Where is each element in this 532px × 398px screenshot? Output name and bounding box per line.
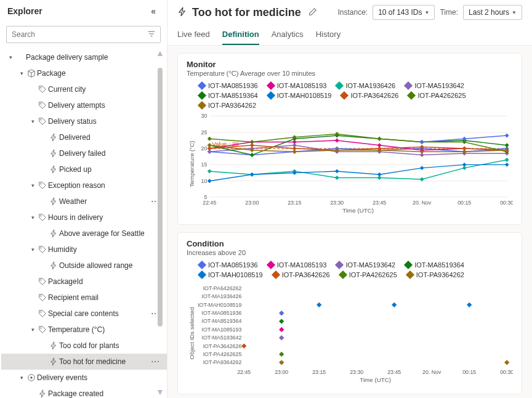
tag-icon (37, 85, 48, 94)
tree-item[interactable]: Special care contents⋯ (1, 306, 167, 322)
legend-label: IOT-MA8519364 (208, 92, 258, 99)
chevron-icon[interactable]: ▾ (28, 246, 37, 253)
tree-item[interactable]: Outside allowed range⋯ (1, 258, 167, 274)
chevron-icon[interactable]: ▾ (6, 54, 15, 60)
legend-item[interactable]: IOT-MA8519364 (405, 261, 464, 269)
svg-text:Temperature (°C): Temperature (°C) (188, 140, 195, 187)
svg-text:22:45: 22:45 (203, 200, 216, 206)
legend-item[interactable]: IOT-MA5193642 (405, 82, 464, 89)
tree-label: Delivery status (48, 117, 148, 126)
svg-rect-81 (505, 163, 509, 167)
legend-item[interactable]: IOT-MA0851936 (199, 261, 258, 269)
tree-item[interactable]: Above average for Seattle⋯ (1, 225, 167, 242)
tree-item[interactable]: ▾Delivery status⋯ (1, 113, 167, 129)
legend-item[interactable]: IOT-PA3642626 (273, 271, 330, 278)
svg-text:25: 25 (201, 129, 208, 136)
tree-item[interactable]: Picked up⋯ (1, 161, 167, 177)
legend-item[interactable]: IOT-MA8519364 (199, 92, 258, 99)
scroll-down-arrow[interactable]: ▼ (155, 386, 166, 398)
tree-label: Hours in delivery (48, 213, 148, 222)
tree-item[interactable]: Too cold for plants⋯ (1, 338, 167, 354)
legend-item[interactable]: IOT-MA1936426 (336, 82, 395, 89)
chevron-icon[interactable]: ▾ (17, 70, 26, 76)
edit-title-button[interactable] (308, 7, 317, 18)
tree-item[interactable]: Delivered⋯ (1, 129, 167, 145)
svg-text:IOT-MA8519364: IOT-MA8519364 (202, 319, 242, 325)
tree-item[interactable]: ▾Hours in delivery⋯ (1, 209, 167, 225)
svg-rect-57 (505, 158, 509, 162)
tab-live-feed[interactable]: Live feed (177, 25, 210, 45)
legend-item[interactable]: IOT-PA9364262 (199, 102, 256, 109)
tree-item[interactable]: Too hot for medicine⋯ (1, 354, 167, 370)
svg-rect-80 (462, 163, 467, 167)
tag-icon (37, 325, 48, 335)
legend-item[interactable]: IOT-PA3642626 (341, 92, 398, 99)
scroll-track[interactable] (158, 62, 163, 383)
legend-item[interactable]: IOT-PA4262625 (408, 92, 465, 99)
tree-label: Package (37, 69, 148, 78)
tree-label: Special care contents (48, 309, 148, 318)
tree-item[interactable]: ▾Package⋯ (1, 65, 167, 81)
scroll-thumb[interactable] (158, 68, 163, 327)
legend-item[interactable]: IOT-PA4262625 (340, 271, 397, 278)
svg-text:IOT-MA1085193: IOT-MA1085193 (202, 327, 242, 333)
svg-text:IOT-PA3642626: IOT-PA3642626 (203, 343, 242, 349)
svg-rect-78 (377, 173, 382, 177)
chevron-icon[interactable]: ▾ (28, 214, 37, 221)
svg-rect-132 (279, 311, 284, 315)
svg-rect-139 (504, 360, 509, 365)
chevron-icon[interactable]: ▾ (17, 375, 26, 381)
legend-item[interactable]: IOT-MA1085193 (268, 82, 327, 89)
tree-label: PackageId (48, 277, 148, 286)
legend-label: IOT-MA5193642 (345, 261, 395, 269)
tree-item[interactable]: ▾Temperature (°C)⋯ (1, 322, 167, 338)
search-input[interactable] (12, 30, 148, 39)
legend-item[interactable]: IOT-PA9364262 (407, 271, 464, 278)
time-select[interactable]: Last 2 hours ▼ (463, 5, 522, 20)
svg-point-5 (41, 248, 42, 249)
tree-item[interactable]: Recipient email⋯ (1, 290, 167, 306)
tree-item[interactable]: ▾Delivery events⋯ (1, 370, 167, 386)
legend-item[interactable]: IOT-MA1085193 (268, 261, 327, 269)
legend-item[interactable]: IOT-MA0851936 (199, 82, 258, 89)
tree-item[interactable]: ▾Exception reason⋯ (1, 177, 167, 193)
tree-item[interactable]: PackageId⋯ (1, 274, 167, 290)
condition-legend: IOT-MA0851936IOT-MA1085193IOT-MA5193642I… (199, 261, 513, 278)
legend-label: IOT-MA5193642 (414, 82, 464, 89)
legend-item[interactable]: IOT-MAH0108519 (268, 92, 332, 99)
svg-rect-77 (335, 169, 339, 173)
legend-item[interactable]: IOT-MA5193642 (336, 261, 395, 269)
svg-rect-136 (241, 343, 246, 348)
chevron-icon[interactable]: ▾ (28, 118, 37, 124)
sidebar-title: Explorer (7, 6, 42, 16)
tab-analytics[interactable]: Analytics (272, 25, 304, 45)
tree-item[interactable]: Package created⋯ (1, 386, 167, 398)
tabs: Live feedDefinitionAnalyticsHistory (167, 25, 532, 46)
tab-history[interactable]: History (316, 25, 341, 45)
tree-item[interactable]: ▾Package delivery sample⋯ (1, 49, 167, 65)
chevron-icon[interactable]: ▾ (28, 327, 37, 333)
legend-swatch (335, 261, 344, 269)
filter-icon[interactable] (148, 30, 155, 39)
content[interactable]: Monitor Temperature (°C) Average over 10… (167, 46, 532, 398)
svg-point-3 (41, 184, 42, 185)
tag-icon (37, 117, 48, 126)
tree-item[interactable]: Current city⋯ (1, 81, 167, 97)
svg-rect-135 (279, 335, 284, 340)
collapse-sidebar-button[interactable]: « (147, 5, 159, 17)
tree-item[interactable]: Delivery attempts⋯ (1, 97, 167, 113)
legend-item[interactable]: IOT-MAH0108519 (199, 271, 263, 278)
search-box[interactable] (6, 26, 161, 43)
svg-text:00:30: 00:30 (500, 200, 513, 206)
legend-label: IOT-MA1085193 (277, 261, 327, 269)
tree-item[interactable]: ▾Humidity⋯ (1, 242, 167, 258)
legend-swatch (339, 270, 347, 279)
tag-icon (37, 213, 48, 222)
tab-definition[interactable]: Definition (222, 25, 259, 45)
tree-item[interactable]: Delivery failed⋯ (1, 145, 167, 161)
tree-item[interactable]: Weather⋯ (1, 193, 167, 209)
chevron-icon[interactable]: ▾ (28, 182, 37, 189)
instance-select[interactable]: 10 of 143 IDs ▼ (373, 5, 435, 20)
scroll-up-arrow[interactable]: ▲ (155, 47, 166, 59)
tag-icon (37, 309, 48, 319)
